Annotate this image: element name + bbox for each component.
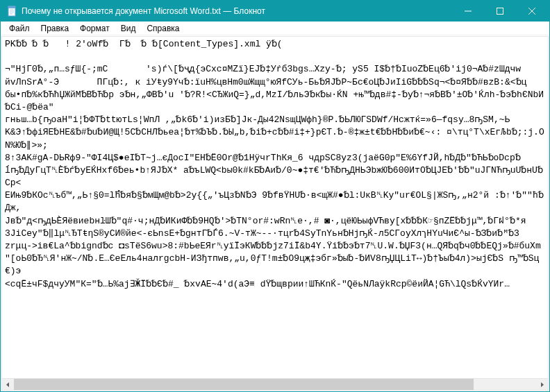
scroll-track[interactable] xyxy=(14,379,536,391)
notepad-icon xyxy=(6,6,17,17)
minimize-button[interactable] xyxy=(452,1,484,22)
menu-help[interactable]: Справка xyxy=(141,22,185,35)
svg-marker-10 xyxy=(6,382,9,387)
editor-area: PK␢␢ ␢ ␢ ! 2'oWf␢ Г␢ ␢ ␢[Content_Types].… xyxy=(1,36,549,391)
notepad-window: Почему не открывается документ Microsoft… xyxy=(0,0,550,392)
menu-edit[interactable]: Правка xyxy=(35,22,75,35)
menu-view[interactable]: Вид xyxy=(115,22,142,35)
text-editor[interactable]: PK␢␢ ␢ ␢ ! 2'oWf␢ Г␢ ␢ ␢[Content_Types].… xyxy=(2,37,548,378)
svg-rect-7 xyxy=(497,8,503,15)
svg-marker-11 xyxy=(541,382,544,387)
menubar: Файл Правка Формат Вид Справка xyxy=(1,22,549,35)
window-controls xyxy=(452,1,548,22)
maximize-button[interactable] xyxy=(484,1,516,22)
menu-format[interactable]: Формат xyxy=(74,22,115,35)
close-button[interactable] xyxy=(516,1,548,22)
scroll-left-button[interactable] xyxy=(2,379,14,391)
menu-file[interactable]: Файл xyxy=(3,22,35,35)
horizontal-scrollbar[interactable] xyxy=(2,378,548,390)
svg-rect-1 xyxy=(8,6,15,8)
scroll-thumb[interactable] xyxy=(14,379,474,391)
scroll-right-button[interactable] xyxy=(536,379,548,391)
titlebar[interactable]: Почему не открывается документ Microsoft… xyxy=(1,1,549,22)
window-title: Почему не открывается документ Microsoft… xyxy=(22,6,452,16)
